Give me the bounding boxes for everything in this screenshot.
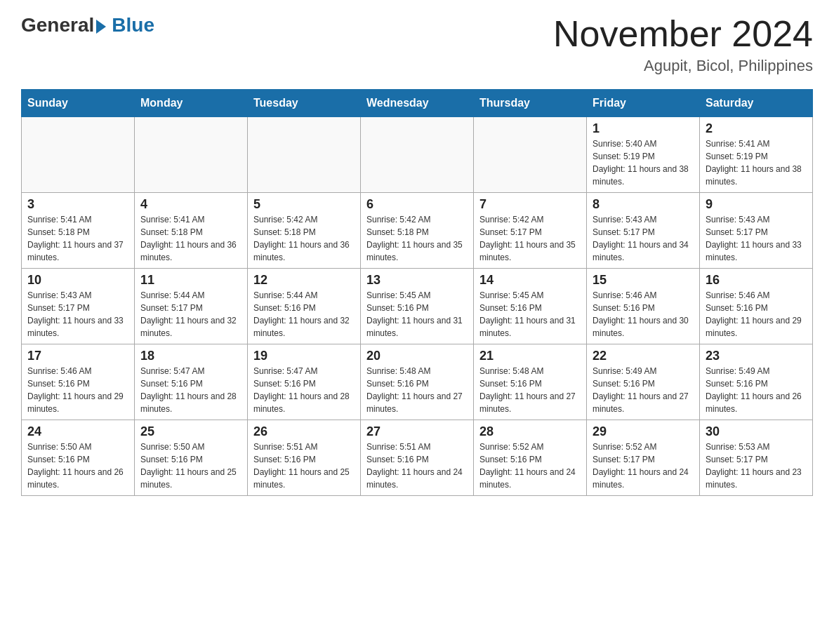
calendar-cell: 18Sunrise: 5:47 AM Sunset: 5:16 PM Dayli… bbox=[135, 344, 248, 420]
day-number: 13 bbox=[366, 273, 468, 288]
calendar-cell: 17Sunrise: 5:46 AM Sunset: 5:16 PM Dayli… bbox=[22, 344, 135, 420]
logo-blue-text: Blue bbox=[112, 14, 154, 36]
logo-arrow-icon bbox=[96, 20, 106, 34]
day-info: Sunrise: 5:47 AM Sunset: 5:16 PM Dayligh… bbox=[253, 365, 355, 415]
calendar-cell: 7Sunrise: 5:42 AM Sunset: 5:17 PM Daylig… bbox=[474, 193, 587, 269]
calendar-cell: 12Sunrise: 5:44 AM Sunset: 5:16 PM Dayli… bbox=[248, 269, 361, 344]
day-info: Sunrise: 5:42 AM Sunset: 5:18 PM Dayligh… bbox=[253, 213, 355, 264]
page-header: General Blue November 2024 Agupit, Bicol… bbox=[21, 14, 813, 75]
day-info: Sunrise: 5:44 AM Sunset: 5:16 PM Dayligh… bbox=[253, 289, 355, 340]
calendar-body: 1Sunrise: 5:40 AM Sunset: 5:19 PM Daylig… bbox=[22, 117, 813, 496]
weekday-header-sunday: Sunday bbox=[22, 90, 135, 117]
location-subtitle: Agupit, Bicol, Philippines bbox=[553, 57, 813, 75]
day-info: Sunrise: 5:48 AM Sunset: 5:16 PM Dayligh… bbox=[366, 365, 468, 415]
day-number: 2 bbox=[706, 121, 807, 136]
day-number: 22 bbox=[593, 349, 694, 363]
day-info: Sunrise: 5:46 AM Sunset: 5:16 PM Dayligh… bbox=[593, 289, 694, 340]
calendar-cell bbox=[248, 117, 361, 193]
day-info: Sunrise: 5:45 AM Sunset: 5:16 PM Dayligh… bbox=[366, 289, 468, 340]
day-info: Sunrise: 5:41 AM Sunset: 5:18 PM Dayligh… bbox=[140, 213, 241, 264]
day-number: 27 bbox=[366, 424, 468, 439]
calendar-cell bbox=[22, 117, 135, 193]
day-info: Sunrise: 5:51 AM Sunset: 5:16 PM Dayligh… bbox=[366, 441, 468, 491]
day-number: 26 bbox=[253, 424, 355, 439]
weekday-header-wednesday: Wednesday bbox=[361, 90, 474, 117]
day-info: Sunrise: 5:44 AM Sunset: 5:17 PM Dayligh… bbox=[140, 289, 241, 340]
weekday-header-friday: Friday bbox=[587, 90, 700, 117]
day-info: Sunrise: 5:42 AM Sunset: 5:17 PM Dayligh… bbox=[479, 213, 581, 264]
logo-general-text: General bbox=[21, 14, 94, 36]
calendar-cell bbox=[474, 117, 587, 193]
day-number: 8 bbox=[593, 197, 694, 212]
calendar-cell: 24Sunrise: 5:50 AM Sunset: 5:16 PM Dayli… bbox=[22, 420, 135, 496]
day-info: Sunrise: 5:43 AM Sunset: 5:17 PM Dayligh… bbox=[593, 213, 694, 264]
day-number: 19 bbox=[253, 349, 355, 363]
calendar-cell: 9Sunrise: 5:43 AM Sunset: 5:17 PM Daylig… bbox=[700, 193, 813, 269]
calendar-cell: 23Sunrise: 5:49 AM Sunset: 5:16 PM Dayli… bbox=[700, 344, 813, 420]
weekday-header-tuesday: Tuesday bbox=[248, 90, 361, 117]
day-number: 9 bbox=[706, 197, 807, 212]
calendar-cell bbox=[135, 117, 248, 193]
day-number: 4 bbox=[140, 197, 241, 212]
day-info: Sunrise: 5:47 AM Sunset: 5:16 PM Dayligh… bbox=[140, 365, 241, 415]
day-number: 25 bbox=[140, 424, 241, 439]
calendar-week-row: 3Sunrise: 5:41 AM Sunset: 5:18 PM Daylig… bbox=[22, 193, 813, 269]
logo: General Blue bbox=[21, 14, 154, 36]
calendar-cell bbox=[361, 117, 474, 193]
day-number: 23 bbox=[706, 349, 807, 363]
day-number: 6 bbox=[366, 197, 468, 212]
calendar-cell: 6Sunrise: 5:42 AM Sunset: 5:18 PM Daylig… bbox=[361, 193, 474, 269]
day-number: 1 bbox=[593, 121, 694, 136]
calendar-week-row: 17Sunrise: 5:46 AM Sunset: 5:16 PM Dayli… bbox=[22, 344, 813, 420]
calendar-week-row: 10Sunrise: 5:43 AM Sunset: 5:17 PM Dayli… bbox=[22, 269, 813, 344]
day-info: Sunrise: 5:49 AM Sunset: 5:16 PM Dayligh… bbox=[593, 365, 694, 415]
month-year-title: November 2024 bbox=[553, 14, 813, 54]
day-number: 28 bbox=[479, 424, 581, 439]
day-info: Sunrise: 5:48 AM Sunset: 5:16 PM Dayligh… bbox=[479, 365, 581, 415]
day-number: 18 bbox=[140, 349, 241, 363]
day-info: Sunrise: 5:50 AM Sunset: 5:16 PM Dayligh… bbox=[27, 441, 128, 491]
calendar-cell: 10Sunrise: 5:43 AM Sunset: 5:17 PM Dayli… bbox=[22, 269, 135, 344]
title-block: November 2024 Agupit, Bicol, Philippines bbox=[553, 14, 813, 75]
calendar-cell: 26Sunrise: 5:51 AM Sunset: 5:16 PM Dayli… bbox=[248, 420, 361, 496]
day-number: 5 bbox=[253, 197, 355, 212]
day-info: Sunrise: 5:41 AM Sunset: 5:18 PM Dayligh… bbox=[27, 213, 128, 264]
calendar-cell: 1Sunrise: 5:40 AM Sunset: 5:19 PM Daylig… bbox=[587, 117, 700, 193]
calendar-cell: 28Sunrise: 5:52 AM Sunset: 5:16 PM Dayli… bbox=[474, 420, 587, 496]
day-number: 7 bbox=[479, 197, 581, 212]
calendar-cell: 29Sunrise: 5:52 AM Sunset: 5:17 PM Dayli… bbox=[587, 420, 700, 496]
calendar-cell: 15Sunrise: 5:46 AM Sunset: 5:16 PM Dayli… bbox=[587, 269, 700, 344]
weekday-header-monday: Monday bbox=[135, 90, 248, 117]
day-number: 29 bbox=[593, 424, 694, 439]
weekday-header-thursday: Thursday bbox=[474, 90, 587, 117]
day-number: 21 bbox=[479, 349, 581, 363]
day-number: 15 bbox=[593, 273, 694, 288]
day-number: 14 bbox=[479, 273, 581, 288]
day-info: Sunrise: 5:41 AM Sunset: 5:19 PM Dayligh… bbox=[706, 137, 807, 188]
day-number: 20 bbox=[366, 349, 468, 363]
calendar-cell: 4Sunrise: 5:41 AM Sunset: 5:18 PM Daylig… bbox=[135, 193, 248, 269]
day-number: 24 bbox=[27, 424, 128, 439]
day-number: 10 bbox=[27, 273, 128, 288]
calendar-cell: 25Sunrise: 5:50 AM Sunset: 5:16 PM Dayli… bbox=[135, 420, 248, 496]
day-info: Sunrise: 5:52 AM Sunset: 5:17 PM Dayligh… bbox=[593, 441, 694, 491]
day-info: Sunrise: 5:52 AM Sunset: 5:16 PM Dayligh… bbox=[479, 441, 581, 491]
calendar-header: SundayMondayTuesdayWednesdayThursdayFrid… bbox=[22, 90, 813, 117]
calendar-cell: 27Sunrise: 5:51 AM Sunset: 5:16 PM Dayli… bbox=[361, 420, 474, 496]
day-number: 30 bbox=[706, 424, 807, 439]
day-info: Sunrise: 5:53 AM Sunset: 5:17 PM Dayligh… bbox=[706, 441, 807, 491]
calendar-cell: 16Sunrise: 5:46 AM Sunset: 5:16 PM Dayli… bbox=[700, 269, 813, 344]
calendar-week-row: 1Sunrise: 5:40 AM Sunset: 5:19 PM Daylig… bbox=[22, 117, 813, 193]
calendar-table: SundayMondayTuesdayWednesdayThursdayFrid… bbox=[21, 89, 813, 496]
calendar-cell: 2Sunrise: 5:41 AM Sunset: 5:19 PM Daylig… bbox=[700, 117, 813, 193]
day-info: Sunrise: 5:49 AM Sunset: 5:16 PM Dayligh… bbox=[706, 365, 807, 415]
day-info: Sunrise: 5:42 AM Sunset: 5:18 PM Dayligh… bbox=[366, 213, 468, 264]
day-info: Sunrise: 5:46 AM Sunset: 5:16 PM Dayligh… bbox=[27, 365, 128, 415]
day-info: Sunrise: 5:45 AM Sunset: 5:16 PM Dayligh… bbox=[479, 289, 581, 340]
day-number: 12 bbox=[253, 273, 355, 288]
calendar-cell: 20Sunrise: 5:48 AM Sunset: 5:16 PM Dayli… bbox=[361, 344, 474, 420]
day-number: 3 bbox=[27, 197, 128, 212]
day-info: Sunrise: 5:46 AM Sunset: 5:16 PM Dayligh… bbox=[706, 289, 807, 340]
calendar-cell: 3Sunrise: 5:41 AM Sunset: 5:18 PM Daylig… bbox=[22, 193, 135, 269]
calendar-cell: 14Sunrise: 5:45 AM Sunset: 5:16 PM Dayli… bbox=[474, 269, 587, 344]
